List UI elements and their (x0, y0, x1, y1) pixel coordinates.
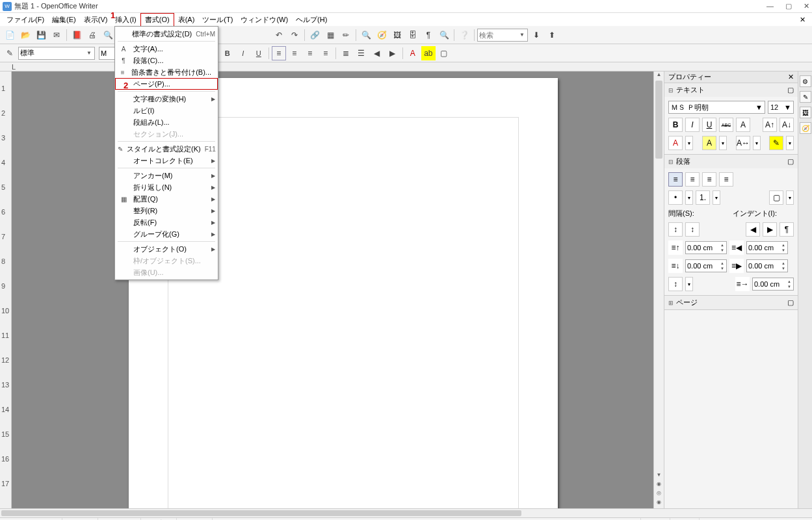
menu-item[interactable]: グループ化(G)▶ (115, 228, 218, 240)
char-spacing-dd[interactable]: ▼ (753, 136, 761, 150)
menu-item[interactable]: ≡箇条書きと番号付け(B)... (115, 66, 218, 78)
sidebar-gallery-icon[interactable]: 🖼 (800, 107, 811, 118)
section-more-icon[interactable]: ▢ (787, 298, 794, 307)
menu-item[interactable]: A文字(A)... (115, 43, 218, 55)
underline-button[interactable]: U (252, 46, 266, 60)
first-indent-button[interactable]: ¶ (779, 222, 794, 237)
nonprinting-icon[interactable]: ¶ (421, 28, 436, 42)
decrease-indent-button[interactable]: ◀ (370, 46, 384, 60)
properties-close-icon[interactable]: ✕ (788, 73, 794, 81)
space-above-spin[interactable]: ▲▼ (685, 241, 727, 254)
font-color-dd[interactable]: ▼ (685, 136, 693, 150)
align-justify-button[interactable]: ≡ (719, 172, 733, 187)
highlight-button[interactable]: ab (421, 46, 436, 60)
italic-button[interactable]: I (236, 46, 250, 60)
menu-edit[interactable]: 編集(E) (48, 14, 80, 26)
menu-item[interactable]: アンカー(M)▶ (115, 170, 218, 181)
section-more-icon[interactable]: ▢ (787, 86, 794, 94)
scroll-thumb[interactable] (655, 81, 662, 159)
email-icon[interactable]: ✉ (49, 28, 64, 42)
menu-item[interactable]: 折り返し(N)▶ (115, 181, 218, 193)
indent-right-spin[interactable]: ▲▼ (746, 259, 788, 272)
close-button[interactable]: ✕ (804, 2, 809, 10)
zoom-icon[interactable]: 🔍 (437, 28, 451, 42)
scroll-down-icon[interactable]: ▼ (654, 472, 664, 481)
para-bg-button[interactable]: ▢ (769, 190, 783, 205)
align-center-button[interactable]: ≡ (685, 172, 700, 187)
inc-indent-button[interactable]: ▶ (763, 222, 777, 237)
align-center-button[interactable]: ≡ (287, 46, 302, 60)
close-document-button[interactable]: ✕ (796, 14, 809, 25)
navigator-icon[interactable]: 🧭 (374, 28, 389, 42)
font-name-combo[interactable]: ▼ (668, 101, 765, 114)
nav-browse-icon[interactable]: ◎ (654, 490, 664, 499)
collapse-icon[interactable]: ⊟ (668, 87, 674, 94)
find-icon[interactable]: 🔍 (359, 28, 373, 42)
bg-color-dd[interactable]: ▼ (786, 136, 794, 150)
menu-item[interactable]: 整列(R)▶ (115, 205, 218, 216)
search-down-icon[interactable]: ⬇ (529, 28, 544, 42)
menu-window[interactable]: ウィンドウ(W) (237, 14, 292, 26)
inc-spacing-button[interactable]: ↕ (668, 222, 683, 237)
bullet-list-button[interactable]: ☰ (354, 46, 369, 60)
sidebar-navigator-icon[interactable]: 🧭 (800, 122, 811, 134)
help-icon[interactable]: ❔ (457, 28, 471, 42)
char-spacing-button[interactable]: A↔ (736, 136, 750, 150)
save-icon[interactable]: 💾 (34, 28, 48, 42)
props-page-header[interactable]: ⊞ ページ ▢ (664, 296, 798, 309)
sidebar-properties-icon[interactable]: ⚙ (800, 75, 811, 87)
vertical-scrollbar[interactable]: ▲ ▼ ◉ ◎ ◉ (653, 72, 664, 508)
font-size-combo[interactable]: ▼ (768, 101, 794, 114)
number-list-button[interactable]: 1. (696, 190, 710, 205)
search-input[interactable] (479, 30, 518, 40)
hscroll-thumb[interactable] (1, 510, 521, 516)
menu-item[interactable]: ルビ(I) (115, 105, 218, 116)
para-bg-dd[interactable]: ▼ (786, 190, 794, 205)
strike-button[interactable]: ABC (719, 118, 733, 132)
space-below-spin[interactable]: ▲▼ (685, 259, 727, 272)
hyperlink-icon[interactable]: 🔗 (308, 28, 322, 42)
bullet-dd[interactable]: ▼ (685, 190, 693, 205)
preview-icon[interactable]: 🔍 (101, 28, 115, 42)
search-combo[interactable]: ▼ (477, 29, 528, 42)
datasource-icon[interactable]: 🗄 (406, 28, 420, 42)
menu-item[interactable]: ¶段落(C)... (115, 55, 218, 66)
highlight-color-dd[interactable]: ▼ (719, 136, 727, 150)
open-icon[interactable]: 📂 (18, 28, 33, 42)
background-color-button[interactable]: ▢ (437, 46, 451, 60)
document-area[interactable]: ▲ ▼ ◉ ◎ ◉ (12, 72, 664, 508)
font-name-input[interactable] (101, 48, 107, 58)
search-up-icon[interactable]: ⬆ (545, 28, 559, 42)
menu-format[interactable]: 書式(O) (140, 13, 174, 27)
menu-item[interactable]: オブジェクト(O)▶ (115, 243, 218, 255)
scroll-up-icon[interactable]: ▲ (654, 72, 664, 81)
print-icon[interactable]: 🖨 (85, 28, 99, 42)
undo-icon[interactable]: ↶ (272, 28, 286, 42)
first-line-spin[interactable]: ▲▼ (752, 278, 794, 291)
nav-next-icon[interactable]: ◉ (654, 499, 664, 508)
expand-icon[interactable]: ⊞ (668, 300, 674, 306)
menu-item[interactable]: 段組み(L)... (115, 116, 218, 128)
align-right-button[interactable]: ≡ (702, 172, 716, 187)
align-left-button[interactable]: ≡ (668, 172, 683, 187)
dec-spacing-button[interactable]: ↕ (685, 222, 700, 237)
menu-item[interactable]: オートコレクト(E)▶ (115, 155, 218, 166)
increase-font-button[interactable]: A↑ (763, 118, 777, 132)
styles-icon[interactable]: ✎ (3, 46, 17, 60)
nav-prev-icon[interactable]: ◉ (654, 481, 664, 490)
menu-insert[interactable]: 挿入(I) (111, 14, 140, 26)
menu-tools[interactable]: ツール(T) (198, 14, 237, 26)
pdf-icon[interactable]: 📕 (70, 28, 84, 42)
indent-left-spin[interactable]: ▲▼ (746, 241, 788, 254)
collapse-icon[interactable]: ⊟ (668, 159, 674, 165)
menu-item[interactable]: ▦配置(Q)▶ (115, 193, 218, 205)
menu-view[interactable]: 表示(V) (80, 14, 112, 26)
new-icon[interactable]: 📄 (3, 28, 17, 42)
underline-button[interactable]: U (702, 118, 716, 132)
menu-item[interactable]: 文字種の変換(H)▶ (115, 93, 218, 105)
increase-indent-button[interactable]: ▶ (386, 46, 400, 60)
section-more-icon[interactable]: ▢ (787, 157, 794, 166)
dec-indent-button[interactable]: ◀ (746, 222, 760, 237)
font-size-input[interactable] (770, 103, 784, 111)
menu-help[interactable]: ヘルプ(H) (292, 14, 331, 26)
